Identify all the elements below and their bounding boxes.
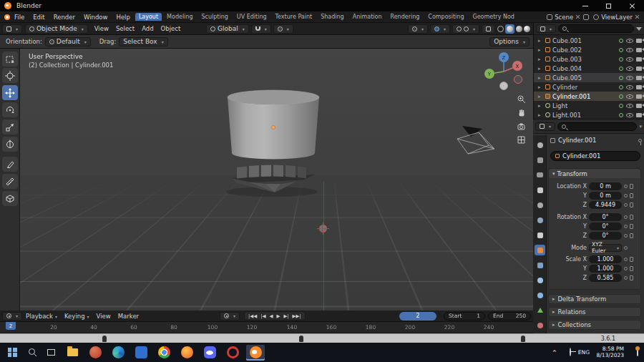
notification-center-icon[interactable] (637, 348, 638, 356)
app-red-icon[interactable] (86, 345, 104, 361)
taskbar-search-button[interactable] (23, 345, 42, 361)
animate-icon[interactable] (624, 258, 628, 261)
disable-render-icon[interactable] (636, 57, 642, 62)
rotation-mode-dropdown[interactable]: XYZ Euler▾ (589, 244, 622, 252)
measure-tool[interactable] (2, 174, 18, 189)
menu-marker[interactable]: Marker (114, 313, 142, 320)
lock-icon[interactable] (630, 184, 633, 189)
tab-physics[interactable] (535, 290, 545, 300)
tab-modifiers[interactable] (535, 260, 545, 270)
pin-icon[interactable] (638, 139, 642, 142)
disable-render-icon[interactable] (636, 48, 642, 52)
firefox-icon[interactable] (177, 345, 196, 361)
tab-world[interactable] (535, 215, 545, 225)
opera-icon[interactable] (223, 345, 242, 361)
frame-start-field[interactable]: Start1 (444, 312, 485, 321)
workspace-tab-animation[interactable]: Animation (349, 13, 386, 21)
task-view-button[interactable] (42, 345, 60, 361)
menu-object[interactable]: Object (157, 25, 185, 32)
frame-end-field[interactable]: End250 (488, 312, 531, 321)
transform-tool[interactable] (2, 137, 18, 152)
lock-icon[interactable] (630, 224, 633, 229)
lock-icon[interactable] (630, 275, 633, 280)
minimize-button[interactable] (573, 0, 597, 11)
animate-icon[interactable] (624, 276, 628, 280)
orientation-dropdown[interactable]: Default (45, 37, 91, 47)
animate-icon[interactable] (624, 185, 628, 188)
animate-icon[interactable] (624, 194, 628, 197)
play-reverse-button[interactable]: ◀ (268, 313, 274, 319)
tab-material[interactable] (535, 320, 545, 331)
collections-section[interactable]: Collections (548, 320, 641, 330)
hide-viewport-icon[interactable] (626, 76, 633, 80)
scale-x-field[interactable]: 1.000 (589, 255, 622, 263)
menu-help[interactable]: Help (112, 14, 134, 21)
animate-icon[interactable] (624, 225, 628, 228)
mode-selector[interactable]: Object Mode (25, 24, 88, 34)
lock-icon[interactable] (630, 215, 633, 220)
animate-icon[interactable] (624, 234, 628, 238)
next-keyframe-button[interactable]: ▶| (282, 313, 290, 319)
expand-arrow-icon[interactable]: ▸ (538, 66, 543, 72)
location-y-field[interactable]: 0 m (589, 192, 622, 200)
menu-view-timeline[interactable]: View (93, 313, 114, 320)
rotate-tool[interactable] (2, 102, 18, 117)
new-scene-icon[interactable] (583, 14, 589, 20)
lock-icon[interactable] (630, 233, 633, 238)
proportional-editing-toggle[interactable] (273, 24, 293, 34)
tab-view-layer[interactable] (535, 185, 545, 195)
clock[interactable]: 8:58 PM 8/13/2023 (597, 346, 624, 358)
animate-icon[interactable] (624, 215, 628, 219)
file-explorer-icon[interactable] (63, 345, 82, 361)
outliner-row-active[interactable]: ▸ Cylinder.001 (534, 92, 644, 101)
workspace-tab-texture-paint[interactable]: Texture Paint (272, 13, 316, 21)
object-type-visibility[interactable] (408, 24, 428, 34)
current-frame-field[interactable]: 2 (399, 312, 436, 321)
properties-editor-selector[interactable] (535, 122, 555, 131)
menu-playback[interactable]: Playback (22, 313, 61, 320)
jump-to-start-button[interactable]: |◀◀ (247, 313, 258, 319)
hide-viewport-icon[interactable] (626, 39, 633, 43)
hide-viewport-icon[interactable] (626, 57, 633, 62)
playhead[interactable]: 2 (6, 322, 16, 330)
location-z-field[interactable]: 4.9449 (589, 201, 622, 209)
outliner-row[interactable]: ▸ Cylinder (534, 82, 644, 92)
tab-render[interactable] (535, 155, 545, 165)
outliner-row[interactable]: ▸ Cube.001 (534, 36, 644, 45)
move-tool[interactable] (2, 85, 18, 100)
prev-keyframe-button[interactable]: |◀ (259, 313, 267, 319)
discord-icon[interactable] (200, 345, 219, 361)
navigation-gizmo[interactable]: Z Y X (482, 50, 528, 96)
tab-scene[interactable] (535, 200, 545, 210)
delta-transform-section[interactable]: Delta Transform (548, 294, 641, 304)
xray-toggle[interactable] (482, 24, 495, 34)
start-button[interactable] (3, 345, 21, 361)
expand-arrow-icon[interactable]: ▸ (538, 75, 543, 81)
tab-tool[interactable] (535, 140, 545, 150)
play-button[interactable]: ▶ (275, 313, 281, 319)
workspace-tab-sculpting[interactable]: Sculpting (197, 13, 231, 21)
jump-to-end-button[interactable]: ▶▶| (291, 313, 303, 319)
object-name-field[interactable]: Cylinder.001 (550, 151, 640, 161)
camera-view-button[interactable] (515, 120, 527, 132)
properties-filter-caret[interactable]: ▾ (639, 124, 642, 129)
animate-icon[interactable] (624, 246, 628, 250)
timeline-editor-selector[interactable] (2, 312, 22, 321)
viewlayer-remove-icon[interactable] (635, 14, 640, 19)
scene-selector[interactable]: Scene (552, 14, 575, 21)
expand-arrow-icon[interactable]: ▸ (538, 94, 543, 99)
outliner-row[interactable]: ▸ Cube.005 (534, 73, 644, 82)
menu-select[interactable]: Select (112, 25, 138, 32)
tray-chevron-icon[interactable]: ^ (552, 349, 557, 356)
blender-taskbar-icon[interactable] (246, 345, 265, 361)
animate-icon[interactable] (624, 203, 628, 207)
chrome-icon[interactable] (155, 345, 173, 361)
overlays-toggle[interactable] (452, 24, 479, 34)
disable-render-icon[interactable] (636, 39, 642, 43)
shading-wireframe-button[interactable] (497, 26, 504, 32)
expand-arrow-icon[interactable]: ▸ (538, 47, 543, 53)
hide-viewport-icon[interactable] (626, 94, 633, 99)
lock-icon[interactable] (630, 202, 633, 207)
rotation-y-field[interactable]: 0° (589, 222, 622, 230)
options-button[interactable]: Options (489, 37, 530, 47)
